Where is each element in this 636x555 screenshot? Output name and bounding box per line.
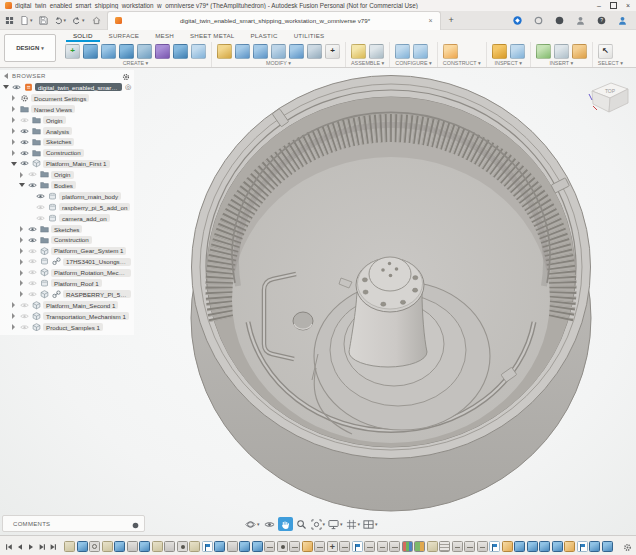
browser-item-platform-main-body[interactable]: platform_main_body — [0, 191, 134, 202]
timeline-settings-icon[interactable] — [623, 538, 632, 555]
viewcube-top-label[interactable]: TOP — [605, 88, 616, 94]
expand-icon[interactable] — [18, 237, 25, 243]
timeline-feature-extrude[interactable] — [252, 541, 263, 552]
browser-item-platform-roof-1[interactable]: Platform_Roof 1 — [0, 278, 134, 289]
timeline-feature-flag[interactable] — [489, 541, 500, 552]
expand-icon[interactable] — [10, 150, 17, 156]
activate-component-icon[interactable]: ◎ — [125, 83, 131, 91]
group-label-insert[interactable]: INSERT ▾ — [536, 60, 587, 66]
expand-icon[interactable] — [18, 291, 25, 297]
timeline-feature-sketch[interactable] — [152, 541, 163, 552]
visibility-eye-icon[interactable] — [27, 246, 37, 255]
coil-icon[interactable] — [137, 44, 152, 59]
browser-item-sketches[interactable]: Sketches — [0, 136, 134, 147]
timeline-feature-flag[interactable] — [577, 541, 588, 552]
browser-item-digital-twin-enabled-smart-sh[interactable]: digital_twin_enabled_smart_sh...◎ — [0, 82, 134, 93]
grid-snaps-icon[interactable]: ▾ — [345, 517, 362, 531]
browser-item-product-samples-1[interactable]: Product_Samples 1 — [0, 322, 134, 333]
timeline-feature-joint[interactable] — [364, 541, 375, 552]
timeline-feature-plane[interactable] — [302, 541, 313, 552]
collapse-icon[interactable] — [2, 85, 9, 89]
collapse-icon[interactable] — [10, 162, 17, 166]
visibility-eye-icon[interactable] — [27, 170, 37, 179]
timeline-feature-box[interactable] — [227, 541, 238, 552]
expand-icon[interactable] — [10, 128, 17, 134]
timeline-feature-hole[interactable] — [277, 541, 288, 552]
visibility-eye-icon[interactable] — [27, 235, 37, 244]
timeline-feature-joint[interactable] — [264, 541, 275, 552]
move-copy-icon[interactable]: + — [325, 44, 340, 59]
form-icon[interactable] — [155, 44, 170, 59]
visibility-eye-icon[interactable] — [19, 137, 29, 146]
expand-icon[interactable] — [18, 172, 25, 178]
active-document-tab[interactable]: digital_twin_enabled_smart_shipping_work… — [107, 11, 441, 30]
insert-mesh-icon[interactable] — [572, 44, 587, 59]
create-sketch-icon[interactable]: + — [65, 44, 80, 59]
go-to-start-button[interactable] — [4, 541, 14, 553]
tab-mesh[interactable]: MESH — [148, 32, 181, 42]
timeline-feature-extrude[interactable] — [552, 541, 563, 552]
timeline-feature-plane[interactable] — [564, 541, 575, 552]
joint-icon[interactable] — [369, 44, 384, 59]
workspace-selector[interactable]: DESIGN ▾ — [4, 34, 56, 62]
next-feature-button[interactable] — [37, 541, 47, 553]
orbit-icon[interactable]: ▾ — [244, 517, 261, 531]
notifications-icon[interactable] — [554, 15, 565, 26]
tab-plastic[interactable]: PLASTIC — [244, 32, 285, 42]
comments-bar[interactable]: COMMENTS — [2, 515, 145, 532]
tab-surface[interactable]: SURFACE — [102, 32, 147, 42]
expand-icon[interactable] — [10, 313, 17, 319]
browser-item-raspberry-pi-5-add-on[interactable]: raspberry_pi_5_add_on — [0, 202, 134, 213]
timeline-feature-appearance[interactable] — [402, 541, 413, 552]
collapse-panel-icon[interactable] — [4, 73, 8, 79]
visibility-eye-icon[interactable] — [19, 127, 29, 136]
tab-utilities[interactable]: UTILITIES — [287, 32, 332, 42]
browser-item-transportation-mechanism-1[interactable]: Transportation_Mechanism 1 — [0, 311, 134, 322]
visibility-eye-icon[interactable] — [19, 116, 29, 125]
browser-item-analysis[interactable]: Analysis — [0, 126, 134, 137]
redo-icon[interactable]: ▾ — [70, 13, 87, 27]
timeline-feature-sketch[interactable] — [64, 541, 75, 552]
timeline-feature-joint[interactable] — [452, 541, 463, 552]
section-analysis-icon[interactable] — [510, 44, 525, 59]
expand-icon[interactable] — [18, 226, 25, 232]
browser-item-platform-gear-system-1[interactable]: Platform_Gear_System 1 — [0, 245, 134, 256]
expand-icon[interactable] — [18, 280, 25, 286]
play-button[interactable] — [26, 541, 36, 553]
look-at-icon[interactable] — [262, 517, 277, 531]
timeline-feature-sketch[interactable] — [427, 541, 438, 552]
cylinder-icon[interactable] — [119, 44, 134, 59]
timeline-feature-extrude[interactable] — [214, 541, 225, 552]
expand-icon[interactable] — [10, 95, 17, 101]
timeline-feature-hole[interactable] — [177, 541, 188, 552]
save-icon[interactable] — [37, 13, 50, 27]
display-settings-icon[interactable]: ▾ — [327, 517, 344, 531]
profile-icon[interactable] — [617, 15, 628, 26]
expand-icon[interactable] — [10, 324, 17, 330]
visibility-eye-icon[interactable] — [27, 181, 37, 190]
extensions-icon[interactable] — [512, 15, 523, 26]
press-pull-icon[interactable] — [217, 44, 232, 59]
browser-item-origin[interactable]: Origin — [0, 115, 134, 126]
expand-icon[interactable] — [10, 139, 17, 145]
timeline-feature-joint[interactable] — [314, 541, 325, 552]
show-data-panel-icon[interactable] — [3, 13, 16, 27]
group-label-configure[interactable]: CONFIGURE ▾ — [395, 60, 432, 66]
timeline-feature-move[interactable] — [327, 541, 338, 552]
visibility-eye-icon[interactable] — [35, 203, 45, 212]
timeline-feature-extrude[interactable] — [239, 541, 250, 552]
timeline-feature-joint[interactable] — [477, 541, 488, 552]
timeline-feature-menu[interactable] — [439, 541, 450, 552]
visibility-eye-icon[interactable] — [19, 159, 29, 168]
expand-icon[interactable] — [18, 270, 25, 276]
visibility-eye-icon[interactable] — [27, 225, 37, 234]
box-icon[interactable] — [83, 44, 98, 59]
visibility-eye-icon[interactable] — [19, 148, 29, 157]
expand-icon[interactable] — [10, 302, 17, 308]
collapse-icon[interactable] — [18, 183, 25, 187]
browser-item-construction[interactable]: Construction — [0, 147, 134, 158]
visibility-eye-icon[interactable] — [35, 214, 45, 223]
combine-icon[interactable] — [271, 44, 286, 59]
previous-feature-button[interactable] — [15, 541, 25, 553]
timeline-feature-materials[interactable] — [414, 541, 425, 552]
